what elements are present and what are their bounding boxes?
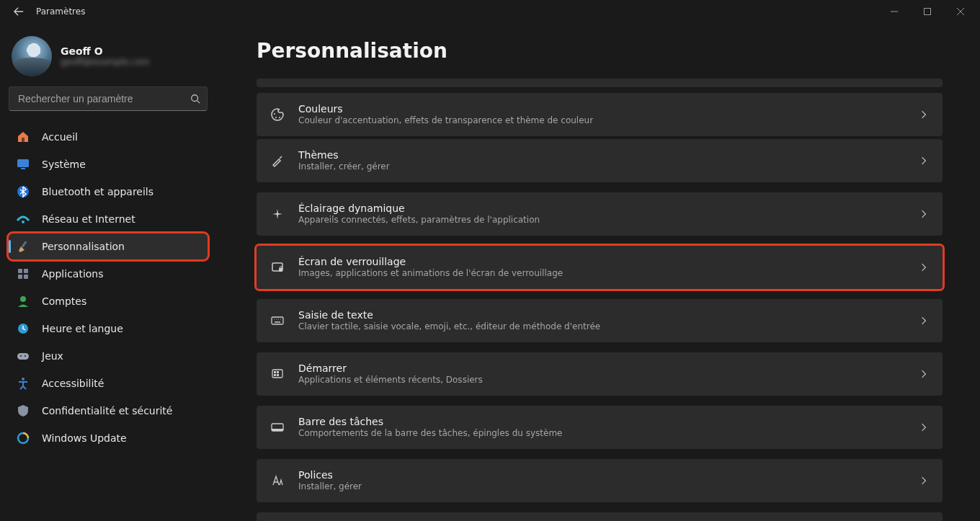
lockscreen-icon [270,259,285,275]
nav-item-label: Accessibilité [42,378,104,389]
nav-item-label: Comptes [42,295,86,307]
search-wrap [9,86,208,111]
row-title: Thèmes [298,149,905,161]
search-input[interactable] [9,86,208,111]
nav-item-label: Bluetooth et appareils [42,186,153,197]
chevron-right-icon [918,262,930,273]
settings-row-barre-des-taches[interactable]: Barre des tâchesComportements de la barr… [257,406,943,449]
svg-rect-0 [925,9,931,15]
network-icon [16,212,30,226]
sparkle-icon [270,206,285,222]
close-button[interactable] [944,0,977,23]
row-subtitle: Clavier tactile, saisie vocale, emoji, e… [298,321,905,332]
nav-item-accessibilite[interactable]: Accessibilité [9,370,208,396]
nav-item-label: Réseau et Internet [42,213,135,225]
chevron-right-icon [918,208,930,220]
fonts-icon [270,473,285,489]
row-title: Saisie de texte [298,309,905,321]
titlebar: Paramètres [0,0,980,23]
nav-item-label: Accueil [42,131,78,143]
partial-row [257,79,943,87]
close-icon [957,8,964,15]
account-block[interactable]: Geoff O geoff@example.com [9,33,208,86]
account-email: geoff@example.com [61,57,150,67]
row-subtitle: Comportements de la barre des tâches, ép… [298,427,905,439]
bluetooth-icon [16,184,30,199]
minimize-icon [891,8,898,15]
nav-item-reseau-et-internet[interactable]: Réseau et Internet [9,206,208,232]
settings-row-themes[interactable]: ThèmesInstaller, créer, gérer [257,139,943,182]
gaming-icon [16,349,30,363]
row-subtitle: Applications et éléments récents, Dossie… [298,374,905,386]
settings-row-demarrer[interactable]: DémarrerApplications et éléments récents… [257,352,943,396]
system-icon [16,157,30,172]
nav: AccueilSystèmeBluetooth et appareilsRése… [9,124,208,451]
update-icon [16,431,30,445]
nav-item-systeme[interactable]: Système [9,151,208,177]
account-name: Geoff O [61,45,150,57]
row-subtitle: Installer, créer, gérer [298,161,905,172]
row-subtitle: Installer, gérer [298,481,905,492]
nav-item-label: Windows Update [42,432,127,444]
nav-item-applications[interactable]: Applications [9,261,208,287]
chevron-right-icon [918,109,930,120]
nav-item-comptes[interactable]: Comptes [9,288,208,314]
chevron-right-icon [918,475,930,486]
nav-item-label: Système [42,159,86,170]
nav-item-heure-et-langue[interactable]: Heure et langue [9,316,208,342]
settings-row-saisie-de-texte[interactable]: Saisie de texteClavier tactile, saisie v… [257,299,943,342]
chevron-right-icon [918,155,930,166]
row-title: Polices [298,469,905,481]
svg-point-1 [192,95,198,102]
paintbrush-icon [16,239,30,254]
keyboard-icon [270,313,285,329]
nav-item-accueil[interactable]: Accueil [9,124,208,150]
brush-icon [270,153,285,169]
accounts-icon [16,294,30,308]
settings-row-utilisation-des-appareils[interactable]: Utilisation des appareilsSélectionnez to… [257,512,943,521]
row-title: Barre des tâches [298,416,905,427]
privacy-icon [16,404,30,418]
page-title: Personnalisation [257,39,943,63]
palette-icon [270,107,285,123]
window-title: Paramètres [36,6,85,17]
settings-row-ecran-de-verrouillage[interactable]: Écran de verrouillageImages, application… [257,246,943,289]
row-title: Écran de verrouillage [298,256,905,267]
time-lang-icon [16,321,30,336]
nav-item-label: Personnalisation [42,241,125,252]
nav-item-jeux[interactable]: Jeux [9,343,208,369]
main-panel: Personnalisation CouleursCouleur d'accen… [216,23,980,521]
accessibility-icon [16,376,30,391]
avatar [12,36,52,76]
search-icon [190,94,200,104]
nav-item-label: Confidentialité et sécurité [42,405,172,417]
home-icon [16,130,30,144]
nav-item-label: Applications [42,268,104,280]
chevron-right-icon [918,422,930,433]
back-button[interactable] [9,1,29,22]
maximize-button[interactable] [911,0,944,23]
row-title: Éclairage dynamique [298,202,905,214]
back-icon [14,6,24,17]
row-title: Couleurs [298,103,905,115]
nav-item-bluetooth-et-appareils[interactable]: Bluetooth et appareils [9,179,208,205]
nav-item-label: Jeux [42,350,63,362]
settings-row-polices[interactable]: PolicesInstaller, gérer [257,459,943,502]
nav-item-confidentialite-et-securite[interactable]: Confidentialité et sécurité [9,398,208,424]
chevron-right-icon [918,315,930,326]
row-subtitle: Appareils connectés, effets, paramètres … [298,214,905,226]
minimize-button[interactable] [878,0,911,23]
settings-row-eclairage-dynamique[interactable]: Éclairage dynamiqueAppareils connectés, … [257,192,943,236]
row-subtitle: Couleur d'accentuation, effets de transp… [298,115,905,126]
row-subtitle: Images, applications et animations de l'… [298,267,905,279]
nav-item-label: Heure et langue [42,323,123,334]
settings-row-couleurs[interactable]: CouleursCouleur d'accentuation, effets d… [257,93,943,136]
taskbar-icon [270,419,285,435]
nav-item-personnalisation[interactable]: Personnalisation [9,233,208,259]
sidebar: Geoff O geoff@example.com AccueilSystème… [0,23,216,521]
row-title: Démarrer [298,362,905,374]
maximize-icon [924,8,931,15]
nav-item-windows-update[interactable]: Windows Update [9,425,208,451]
chevron-right-icon [918,368,930,380]
start-icon [270,366,285,382]
